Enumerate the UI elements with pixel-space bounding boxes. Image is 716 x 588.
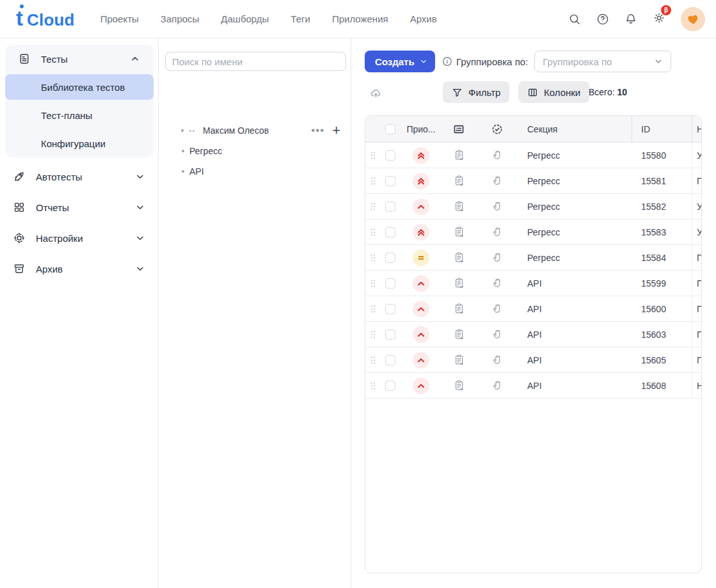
tree-node-label: API: [189, 166, 204, 177]
rocket-icon: [13, 170, 26, 183]
row-checkbox[interactable]: [385, 227, 395, 237]
nav-item-dashboards[interactable]: Дашборды: [217, 10, 273, 28]
table-row[interactable]: Регресс 15581 Пр: [365, 168, 701, 194]
nav-item-requests[interactable]: Запросы: [157, 10, 203, 28]
table-row[interactable]: API 15608 Не: [365, 373, 701, 399]
test-case-steps-icon: [453, 251, 465, 264]
whats-new-beta[interactable]: β: [653, 12, 665, 27]
row-checkbox[interactable]: [385, 355, 395, 365]
top-nav: Проекты Запросы Дашборды Теги Приложения…: [97, 10, 441, 28]
id-cell: 15599: [632, 278, 692, 289]
section-column-header[interactable]: Секция: [516, 124, 632, 134]
row-checkbox[interactable]: [385, 253, 395, 263]
name-cell: Ус: [692, 194, 701, 219]
drag-handle-icon[interactable]: [370, 356, 376, 365]
table-row[interactable]: Регресс 15580 Ус: [365, 143, 701, 168]
row-checkbox[interactable]: [385, 278, 395, 289]
help-icon[interactable]: [596, 13, 609, 26]
row-checkbox[interactable]: [385, 304, 395, 314]
total-count: Всего: 10: [589, 87, 627, 97]
table-header-row: Прио... Секция ID На: [365, 116, 701, 143]
priority-icon: [413, 377, 429, 394]
sidebar-item-reports[interactable]: Отчеты: [0, 195, 159, 220]
drag-handle-icon[interactable]: [370, 177, 376, 186]
more-actions-icon[interactable]: •••: [311, 127, 324, 134]
grouping-control: Группировка по: Группировка по: [442, 51, 671, 72]
sidebar-item-test-plans[interactable]: Тест-планы: [5, 102, 154, 128]
sidebar-item-configurations[interactable]: Конфигурации: [5, 131, 154, 156]
table-row[interactable]: Регресс 15582 Ус: [365, 194, 701, 219]
drag-handle-icon[interactable]: [370, 381, 376, 390]
sidebar-item-tests[interactable]: Тесты: [5, 46, 154, 72]
priority-high-icon: [415, 329, 427, 340]
sidebar-item-label: Настройки: [36, 233, 136, 244]
nav-item-apps[interactable]: Приложения: [328, 10, 392, 28]
sidebar-item-settings[interactable]: Настройки: [0, 225, 159, 251]
notifications-bell-icon[interactable]: [625, 13, 637, 26]
drag-handle-icon[interactable]: [370, 305, 376, 314]
search-icon[interactable]: [568, 13, 581, 26]
drag-dots-icon: [189, 130, 195, 132]
priority-medium-icon: [415, 252, 427, 264]
name-cell: По: [692, 322, 701, 347]
section-cell: API: [516, 278, 632, 289]
create-button[interactable]: Создать: [365, 51, 435, 72]
columns-button[interactable]: Колонки: [518, 81, 589, 103]
nav-item-projects[interactable]: Проекты: [97, 10, 143, 28]
select-all-checkbox[interactable]: [385, 124, 395, 134]
gear-icon: [13, 232, 26, 244]
row-checkbox[interactable]: [385, 202, 395, 212]
table-row[interactable]: API 15600 По: [365, 296, 701, 322]
table-row[interactable]: API 15605 По: [365, 347, 701, 373]
beta-badge: β: [661, 5, 671, 15]
grouping-select[interactable]: Группировка по: [534, 51, 671, 72]
test-case-column-icon[interactable]: [452, 123, 465, 136]
automation-status-column-icon[interactable]: [491, 123, 504, 136]
row-checkbox[interactable]: [385, 176, 395, 186]
table-row[interactable]: Регресс 15583 Ус: [365, 219, 701, 245]
add-section-icon[interactable]: +: [332, 125, 340, 136]
priority-icon: [413, 147, 429, 164]
sidebar: Тесты Библиотека тестов Тест-планы Конфи…: [0, 38, 159, 588]
name-cell: Не: [692, 373, 701, 399]
drag-handle-icon[interactable]: [370, 330, 376, 339]
cloud-upload-icon[interactable]: [370, 87, 382, 99]
app-logo[interactable]: t Cloud: [16, 8, 75, 30]
id-column-header[interactable]: ID: [632, 116, 692, 143]
row-checkbox[interactable]: [385, 381, 395, 391]
avatar[interactable]: [681, 7, 705, 31]
nav-item-archive[interactable]: Архив: [406, 10, 441, 28]
row-checkbox[interactable]: [385, 150, 395, 161]
table-row[interactable]: API 15599 По: [365, 271, 701, 296]
sidebar-item-test-library[interactable]: Библиотека тестов: [5, 74, 154, 100]
name-column-header[interactable]: На: [692, 116, 701, 143]
table-row[interactable]: Регресс 15584 Пр: [365, 245, 701, 271]
drag-handle-icon[interactable]: [370, 202, 376, 211]
chevron-down-icon: [420, 58, 427, 65]
tree-node-regress[interactable]: Регресс: [159, 142, 351, 160]
id-cell: 15580: [632, 150, 692, 161]
search-input[interactable]: [165, 52, 346, 71]
nav-item-tags[interactable]: Теги: [287, 10, 314, 28]
id-cell: 15603: [632, 330, 692, 340]
manual-hand-icon: [491, 200, 504, 212]
drag-handle-icon[interactable]: [370, 228, 376, 237]
id-cell: 15584: [632, 253, 692, 263]
table-row[interactable]: API 15603 По: [365, 322, 701, 347]
sidebar-item-archive[interactable]: Архив: [0, 256, 159, 282]
tree-root-node[interactable]: Максим Олесов ••• +: [159, 122, 351, 139]
drag-handle-icon[interactable]: [370, 253, 376, 262]
test-case-steps-icon: [453, 175, 465, 187]
priority-column-header[interactable]: Прио...: [406, 124, 435, 134]
priority-icon: [413, 352, 429, 369]
row-checkbox[interactable]: [385, 330, 395, 340]
tree-node-api[interactable]: API: [159, 163, 351, 180]
heart-icon: [686, 12, 700, 26]
drag-handle-icon[interactable]: [370, 279, 376, 288]
drag-handle-icon[interactable]: [370, 151, 376, 160]
test-case-steps-icon: [453, 200, 465, 212]
filter-button[interactable]: Фильтр: [443, 81, 509, 103]
sidebar-item-autotests[interactable]: Автотесты: [0, 164, 159, 189]
test-cases-table: Прио... Секция ID На: [365, 115, 702, 573]
section-cell: Регресс: [516, 253, 632, 263]
